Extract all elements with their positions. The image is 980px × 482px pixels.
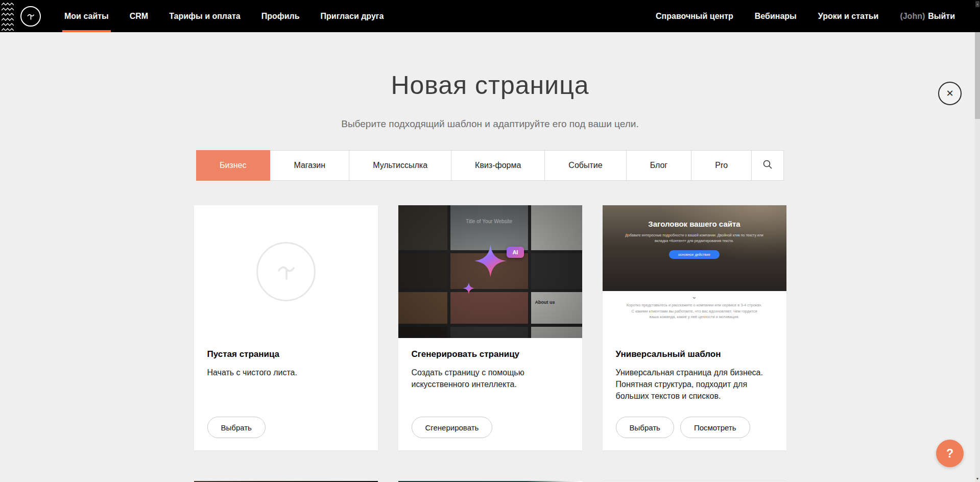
template-card-ai-generate: Title of Your Website About us [398,205,582,450]
main-nav: Мои сайты CRM Тарифы и оплата Профиль Пр… [62,0,402,32]
view-button[interactable]: Посмотреть [680,417,750,438]
template-card-universal: Заголовок вашего сайта Добавьте интересн… [603,205,786,450]
scrollbar-thumb[interactable] [975,32,980,119]
tab-pro[interactable]: Pro [691,151,752,180]
tab-event[interactable]: Событие [545,151,626,180]
tab-quiz[interactable]: Квиз-форма [451,151,545,180]
scrollbar[interactable]: ▲ ▼ [975,0,980,482]
tab-business[interactable]: Бизнес [196,150,271,181]
secondary-nav: Справочный центр Вебинары Уроки и статьи… [636,0,980,32]
nav-item-profile[interactable]: Профиль [259,0,302,32]
preview-subheading: Добавьте интересные подробности о вашей … [623,233,766,244]
logout-label: Выйти [928,12,955,21]
template-grid: Пустая страница Начать с чистого листа. … [0,205,980,450]
search-icon [762,159,773,172]
zigzag-pattern-icon [0,0,15,32]
tilda-watermark-icon [256,242,316,301]
template-card-blank: Пустая страница Начать с чистого листа. … [194,205,378,450]
card-description: Универсальная страница для бизнеса. Поня… [616,367,773,402]
universal-template-preview: Заголовок вашего сайта Добавьте интересн… [603,205,786,338]
close-button[interactable]: ✕ [938,82,962,105]
ai-template-preview: Title of Your Website About us [398,205,582,338]
choose-button[interactable]: Выбрать [616,417,674,438]
card-title: Сгенерировать страницу [412,349,569,359]
blank-template-preview [194,205,378,338]
top-navigation-bar: Мои сайты CRM Тарифы и оплата Профиль Пр… [0,0,980,32]
nav-item-webinars[interactable]: Вебинары [753,12,799,21]
tab-multilink[interactable]: Мультиссылка [349,151,451,180]
logout-link[interactable]: (John) Выйти [898,12,957,21]
card-title: Универсальный шаблон [616,349,773,359]
card-description: Создать страницу с помощью искусственног… [412,367,569,390]
help-button[interactable]: ? [936,440,964,467]
page-subtitle: Выберите подходящий шаблон и адаптируйте… [0,118,980,130]
nav-item-help-center[interactable]: Справочный центр [654,12,735,21]
preview-cta-button: основное действие [669,250,720,259]
scroll-up-icon[interactable]: ▲ [975,1,979,7]
nav-item-invite-friend[interactable]: Пригласи друга [319,0,386,32]
choose-button[interactable]: Выбрать [207,417,266,438]
search-tab[interactable] [752,151,783,180]
nav-item-crm[interactable]: CRM [128,0,150,32]
preview-hero: Заголовок вашего сайта Добавьте интересн… [603,205,786,291]
nav-item-lessons[interactable]: Уроки и статьи [816,12,881,21]
tab-shop[interactable]: Магазин [270,151,349,180]
scroll-down-icon[interactable]: ▼ [975,475,980,482]
template-category-tabs: Бизнес Магазин Мультиссылка Квиз-форма С… [196,150,784,181]
tilda-logo[interactable] [20,6,41,27]
nav-item-my-sites[interactable]: Мои сайты [62,0,111,32]
card-description: Начать с чистого листа. [207,367,365,378]
card-title: Пустая страница [207,349,365,359]
chevron-down-icon: ⌄ [603,293,786,300]
preview-body-section: ⌄ Коротко представьтесь и расскажите о к… [603,293,786,338]
page-title: Новая страница [0,70,980,100]
preview-body-text: Коротко представьтесь и расскажите о ком… [626,302,762,320]
user-name: (John) [900,12,925,21]
ai-badge: AI [507,247,524,258]
preview-heading: Заголовок вашего сайта [648,220,740,228]
tab-blog[interactable]: Блог [627,151,692,180]
nav-item-tariffs[interactable]: Тарифы и оплата [167,0,243,32]
new-page-dialog: ✕ Новая страница Выберите подходящий шаб… [0,32,980,482]
generate-button[interactable]: Сгенерировать [412,417,493,438]
